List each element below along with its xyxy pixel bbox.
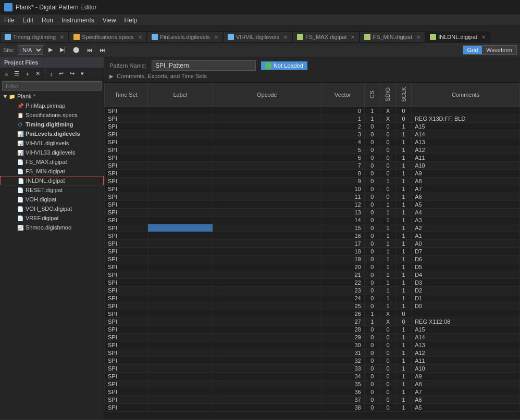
table-cell[interactable]: 0 [364,380,380,388]
table-cell[interactable]: SPI [105,302,148,310]
table-cell[interactable]: 0 [380,325,395,333]
sidebar-item-voh[interactable]: 📄VOH.digipat [0,195,104,204]
table-row[interactable]: SPI23011D2 [105,286,520,294]
tab-fsmin[interactable]: FS_MIN.digipat✕ [360,31,425,42]
table-row[interactable]: SPI30001A13 [105,341,520,349]
table-cell[interactable]: A10 [412,161,520,169]
table-cell[interactable]: 1 [396,138,412,146]
table-cell[interactable]: 1 [380,200,395,208]
table-cell[interactable] [213,341,321,349]
table-cell[interactable] [148,107,213,114]
table-row[interactable]: SPI7001A10 [105,161,520,169]
table-cell[interactable]: 1 [380,255,395,263]
table-cell[interactable]: SPI [105,333,148,341]
table-row[interactable]: SPI19011D6 [105,255,520,263]
table-cell[interactable] [148,294,213,302]
table-row[interactable]: SPI20011D5 [105,263,520,271]
table-row[interactable]: SPI8001A9 [105,169,520,177]
table-cell[interactable]: 1 [396,232,412,239]
table-cell[interactable]: 1 [396,224,412,232]
table-cell[interactable]: 0 [364,333,380,341]
filter-button[interactable]: ▾ [78,69,86,79]
table-cell[interactable]: X [380,317,395,325]
table-cell[interactable] [213,372,321,380]
sidebar-item-vohsdo[interactable]: 📄VOH_SDO.digipat [0,204,104,213]
table-cell[interactable]: SPI [105,364,148,372]
table-cell[interactable]: 0 [364,255,380,263]
table-cell[interactable]: SPI [105,349,148,357]
table-cell[interactable]: 1 [380,263,395,271]
table-cell[interactable]: 33 [321,364,364,372]
table-cell[interactable]: 0 [364,138,380,146]
table-cell[interactable] [213,208,321,216]
table-row[interactable]: SPI01X0 [105,107,520,114]
table-cell[interactable]: SPI [105,403,148,411]
run-button[interactable]: ▶ [46,45,55,54]
table-cell[interactable] [148,333,213,341]
table-cell[interactable]: SPI [105,200,148,208]
menu-item-view[interactable]: View [98,16,120,25]
table-cell[interactable] [213,216,321,224]
table-cell[interactable]: SPI [105,185,148,193]
table-cell[interactable]: SPI [105,239,148,247]
table-cell[interactable]: A1 [412,232,520,239]
table-cell[interactable] [148,247,213,255]
table-cell[interactable]: SPI [105,232,148,239]
table-cell[interactable]: D2 [412,286,520,294]
table-cell[interactable] [213,302,321,310]
table-cell[interactable]: SPI [105,396,148,403]
table-cell[interactable]: 0 [364,161,380,169]
table-cell[interactable] [148,138,213,146]
table-cell[interactable] [213,325,321,333]
menu-item-help[interactable]: Help [120,16,142,25]
table-cell[interactable]: 0 [380,146,395,154]
table-cell[interactable]: SPI [105,255,148,263]
table-cell[interactable] [148,388,213,396]
table-cell[interactable]: 5 [321,146,364,154]
table-cell[interactable] [213,396,321,403]
table-cell[interactable]: 1 [396,216,412,224]
table-cell[interactable]: 0 [364,208,380,216]
table-cell[interactable]: 0 [396,310,412,317]
sidebar-item-fsmin[interactable]: 📄FS_MIN.digipat [0,167,104,176]
table-row[interactable]: SPI35001A8 [105,380,520,388]
table-cell[interactable] [148,255,213,263]
sidebar-item-vref[interactable]: 📄VREF.digipat [0,213,104,223]
table-cell[interactable]: D3 [412,278,520,286]
table-row[interactable]: SPI3001A14 [105,130,520,138]
table-cell[interactable]: 0 [380,154,395,161]
table-cell[interactable]: 0 [364,239,380,247]
table-cell[interactable]: X [380,114,395,122]
table-cell[interactable] [148,263,213,271]
table-cell[interactable]: A8 [412,380,520,388]
table-cell[interactable]: SPI [105,286,148,294]
table-cell[interactable]: A3 [412,216,520,224]
table-cell[interactable]: SPI [105,357,148,364]
sidebar-item-reset[interactable]: 📄RESET.digipat [0,185,104,195]
table-cell[interactable]: 1 [396,239,412,247]
sidebar-item-specs[interactable]: 📋Specifications.specs [0,110,104,120]
sidebar-item-timing[interactable]: ⏱Timing.digitiming [0,120,104,129]
table-cell[interactable]: A6 [412,396,520,403]
table-cell[interactable]: 26 [321,310,364,317]
table-cell[interactable]: D1 [412,294,520,302]
add-button[interactable]: + [23,69,31,79]
table-row[interactable]: SPI4001A13 [105,138,520,146]
table-cell[interactable]: 9 [321,177,364,185]
table-cell[interactable]: 1 [396,263,412,271]
table-cell[interactable]: 16 [321,232,364,239]
table-row[interactable]: SPI38001A5 [105,403,520,411]
table-cell[interactable]: A14 [412,333,520,341]
table-cell[interactable]: 0 [380,364,395,372]
table-cell[interactable]: 11 [321,193,364,200]
table-cell[interactable]: 0 [364,224,380,232]
table-cell[interactable]: 1 [380,278,395,286]
tab-close-button[interactable]: ✕ [214,34,218,40]
table-row[interactable]: SPI2001A15 [105,122,520,130]
table-cell[interactable]: 1 [380,177,395,185]
comments-row[interactable]: ▶ Comments, Exports, and Time Sets [109,73,515,79]
table-cell[interactable]: SPI [105,294,148,302]
table-cell[interactable] [148,286,213,294]
table-cell[interactable]: 1 [396,325,412,333]
table-row[interactable]: SPI34001A9 [105,372,520,380]
